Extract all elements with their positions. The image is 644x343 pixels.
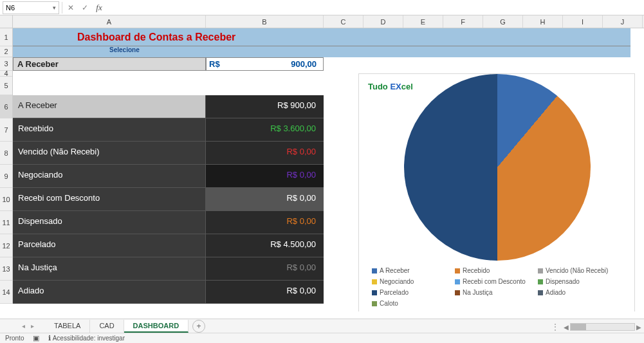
add-sheet-button[interactable]: + (192, 320, 205, 333)
legend-item[interactable]: Negociando (372, 278, 446, 285)
legend-item[interactable]: Caloto (372, 300, 446, 307)
row-value: R$ 3.600,00 (206, 118, 324, 142)
legend-item[interactable]: Dispensado (538, 278, 612, 285)
col-header-B[interactable]: B (206, 15, 324, 28)
row-header-7[interactable]: 7 (0, 118, 12, 142)
row-label: A Receber (13, 95, 206, 118)
summary-value: 900,00 (225, 57, 324, 71)
legend-swatch (538, 279, 543, 284)
row-header-13[interactable]: 13 (0, 257, 12, 281)
row-value: R$ 0,00 (206, 142, 324, 165)
table-row[interactable]: A ReceberR$ 900,00 (13, 95, 324, 118)
col-header-A[interactable]: A (13, 15, 206, 28)
row-label: Adiado (13, 281, 206, 304)
table-row[interactable]: NegociandoR$ 0,00 (13, 165, 324, 188)
legend-item[interactable]: Parcelado (372, 289, 446, 296)
row-header-10[interactable]: 10 (0, 188, 12, 211)
row-header-8[interactable]: 8 (0, 142, 12, 165)
fx-icon[interactable]: fx (93, 2, 105, 14)
name-box[interactable]: N6 ▾ (3, 1, 59, 14)
row-header-14[interactable]: 14 (0, 281, 12, 304)
row-value: R$ 0,00 (206, 211, 324, 234)
row-label: Na Justiça (13, 257, 206, 281)
row-value: R$ 4.500,00 (206, 234, 324, 257)
legend-label: Recebi com Desconto (463, 278, 526, 285)
row-header-1[interactable]: 1 (0, 28, 12, 46)
col-header-C[interactable]: C (324, 15, 363, 28)
legend-item[interactable]: Recebido (455, 267, 529, 274)
scroll-right-icon[interactable]: ▶ (636, 324, 641, 331)
legend-item[interactable]: Vencido (Não Recebi) (538, 267, 612, 274)
selecione-label[interactable]: Selecione (109, 46, 140, 53)
col-header-G[interactable]: G (483, 15, 523, 28)
row-header-2[interactable]: 2 (0, 46, 12, 57)
cells-area[interactable]: Dashboard de Contas a Receber Selecione … (13, 28, 644, 311)
col-header-D[interactable]: D (363, 15, 403, 28)
row-label: Vencido (Não Recebi) (13, 142, 206, 165)
pie-chart[interactable]: Tudo EXcel A ReceberRecebidoVencido (Não… (358, 73, 635, 311)
row-header-3[interactable]: 3 (0, 57, 12, 71)
legend-item[interactable]: Na Justiça (455, 289, 529, 296)
col-header-H[interactable]: H (523, 15, 563, 28)
col-header-F[interactable]: F (443, 15, 483, 28)
col-header-E[interactable]: E (403, 15, 443, 28)
row-label: Dispensado (13, 211, 206, 234)
row-header-5[interactable]: 5 (0, 77, 12, 95)
formula-input[interactable] (107, 1, 641, 14)
row-header-4[interactable]: 4 (0, 71, 12, 77)
table-row[interactable]: Vencido (Não Recebi)R$ 0,00 (13, 142, 324, 165)
legend-label: Negociando (380, 278, 414, 285)
sheet-nav: ◂ ▸ (19, 322, 36, 329)
scroll-track[interactable] (570, 323, 635, 331)
row-label: Recebido (13, 118, 206, 142)
row-headers: 1234567891011121314 (0, 28, 13, 304)
accept-formula-icon[interactable]: ✓ (79, 2, 91, 14)
status-ready: Pronto (5, 335, 24, 342)
legend-item[interactable]: A Receber (372, 267, 446, 274)
table-row[interactable]: DispensadoR$ 0,00 (13, 211, 324, 234)
accessibility-icon: ℹ (48, 334, 51, 342)
legend-label: Adiado (546, 289, 566, 296)
pie-slices (404, 74, 591, 261)
table-row[interactable]: RecebidoR$ 3.600,00 (13, 118, 324, 142)
row-header-12[interactable]: 12 (0, 234, 12, 257)
select-all-corner[interactable] (0, 15, 13, 28)
row-label: Negociando (13, 165, 206, 188)
horizontal-scrollbar[interactable]: ⋮ ◀ ▶ (551, 322, 641, 331)
cell-reference: N6 (6, 4, 15, 12)
legend-label: Parcelado (380, 289, 409, 296)
sheet-next-icon[interactable]: ▸ (28, 322, 36, 329)
accessibility-status[interactable]: ℹ Acessibilidade: investigar (48, 334, 125, 342)
row-header-9[interactable]: 9 (0, 165, 12, 188)
legend-label: Recebido (463, 267, 490, 274)
row-header-6[interactable]: 6 (0, 95, 12, 118)
chevron-down-icon[interactable]: ▾ (53, 5, 56, 11)
summary-label[interactable]: A Receber (13, 57, 206, 71)
sheet-tab-tabela[interactable]: TABELA (45, 320, 90, 333)
table-row[interactable]: Recebi com DescontoR$ 0,00 (13, 188, 324, 211)
scroll-thumb[interactable] (571, 324, 586, 330)
sheet-tab-bar: ◂ ▸ TABELACADDASHBOARD + (0, 319, 644, 333)
legend-swatch (455, 268, 460, 273)
legend-item[interactable]: Adiado (538, 289, 612, 296)
table-row[interactable]: Na JustiçaR$ 0,00 (13, 257, 324, 281)
cancel-formula-icon[interactable]: ✕ (65, 2, 77, 14)
sheet-tab-cad[interactable]: CAD (90, 320, 124, 333)
legend-swatch (372, 268, 377, 273)
col-header-J[interactable]: J (603, 15, 643, 28)
summary-currency: R$ (206, 57, 225, 71)
row2: Selecione (13, 46, 630, 57)
legend-item[interactable]: Recebi com Desconto (455, 278, 529, 285)
tab-split-handle[interactable]: ⋮ (551, 322, 560, 331)
macro-record-icon[interactable]: ▣ (33, 334, 39, 342)
separator (62, 2, 62, 14)
scroll-left-icon[interactable]: ◀ (564, 324, 569, 331)
row-header-11[interactable]: 11 (0, 211, 12, 234)
table-row[interactable]: ParceladoR$ 4.500,00 (13, 234, 324, 257)
sheet-prev-icon[interactable]: ◂ (19, 322, 27, 329)
col-header-I[interactable]: I (563, 15, 603, 28)
table-row[interactable]: AdiadoR$ 0,00 (13, 281, 324, 304)
legend-label: A Receber (380, 267, 410, 274)
sheet-tab-dashboard[interactable]: DASHBOARD (124, 320, 189, 333)
legend-label: Caloto (380, 300, 398, 307)
